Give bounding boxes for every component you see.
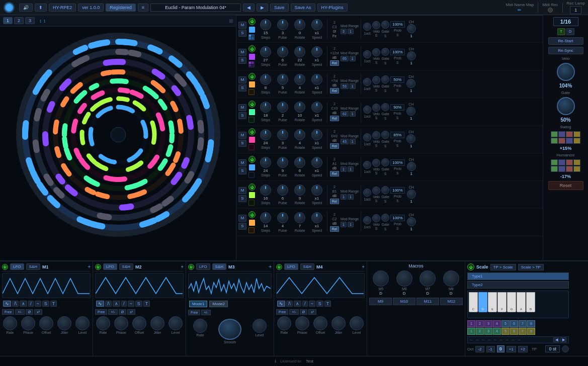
offset-knob-m1[interactable] [39, 316, 53, 330]
track-pattern-btn[interactable] [248, 227, 255, 233]
track-pattern-btn[interactable] [248, 144, 255, 150]
range-knob[interactable] [363, 106, 371, 114]
pulse-knob[interactable] [277, 212, 288, 223]
rotate-knob[interactable] [294, 19, 305, 30]
steps-knob[interactable] [260, 74, 271, 85]
wave-sq[interactable]: / [28, 301, 34, 307]
ch-knob[interactable] [406, 134, 415, 143]
swing-cell-6[interactable] [558, 138, 565, 144]
range-btn[interactable]: 3 [341, 29, 347, 34]
lfo-add-m3[interactable]: + [269, 264, 272, 269]
rate-knob-m3[interactable] [193, 319, 207, 333]
pm-btn-m4[interactable]: +/- [289, 309, 298, 315]
wave-s-m2[interactable]: S [135, 301, 142, 307]
gate-knob[interactable] [381, 103, 389, 111]
macro-knob-m5[interactable] [373, 270, 389, 287]
phase-btn-m1[interactable]: Ø [26, 309, 33, 315]
key-a[interactable]: A [517, 292, 526, 312]
lfo-tab-sbh-m3[interactable]: S&H [212, 263, 226, 270]
rate-knob-m2[interactable] [96, 316, 110, 330]
velo-knob[interactable] [372, 131, 380, 139]
arrow-right-btn[interactable]: ▶ [560, 337, 566, 342]
m-button[interactable]: M [238, 22, 246, 29]
scale-num-1-2[interactable]: 2 [476, 320, 484, 327]
m-button[interactable]: M [238, 159, 246, 166]
range-knob[interactable] [363, 216, 371, 224]
scale-power-btn[interactable]: ⏻ [467, 263, 474, 270]
m-button[interactable]: M [238, 215, 246, 222]
type1-btn[interactable]: Type1 [467, 272, 569, 280]
lfo-tab-lfo-m2[interactable]: LFO [103, 263, 117, 270]
gate-knob[interactable] [381, 214, 389, 222]
swing-cell-2[interactable] [558, 131, 565, 137]
d-btn[interactable]: D [566, 28, 574, 35]
offset-knob-m4[interactable] [313, 316, 327, 330]
scale-num-1-8[interactable]: 8 [527, 320, 535, 327]
macro-knob-m8[interactable] [443, 270, 459, 287]
save-as-btn[interactable]: Save As [291, 4, 315, 12]
expand-icon[interactable]: ⊞ [229, 18, 233, 24]
rotate-knob[interactable] [294, 157, 305, 168]
wave-sq-m2[interactable]: / [121, 301, 127, 307]
free-btn-m4[interactable]: Free [276, 309, 288, 315]
pulse-knob[interactable] [277, 74, 288, 85]
jitter-knob-m2[interactable] [150, 316, 164, 330]
scale-num-2-8[interactable]: 8 [527, 328, 535, 335]
rate-knob-m4[interactable] [277, 316, 291, 330]
hum-cell-5[interactable] [551, 166, 558, 172]
level-knob-m3[interactable] [253, 319, 267, 333]
oct-minus2[interactable]: -2 [475, 346, 484, 352]
hum-cell-8[interactable] [573, 166, 580, 172]
wave-rand-m4[interactable]: ~ [309, 301, 315, 307]
pulse-knob[interactable] [277, 157, 288, 168]
gate-knob[interactable] [381, 48, 389, 56]
wave-saw-m4[interactable]: ∧ [294, 301, 301, 307]
wave-saw[interactable]: ∧ [20, 301, 27, 307]
ch-knob[interactable] [406, 107, 415, 116]
scale-num-2-7[interactable]: 7 [519, 328, 527, 335]
gate-knob[interactable] [381, 186, 389, 194]
scale-to-tp-btn[interactable]: Scale > TP [518, 264, 544, 270]
wave-t-m2[interactable]: T [143, 301, 150, 307]
type2-btn[interactable]: Type2 [467, 281, 569, 289]
wave-rand[interactable]: ~ [35, 301, 41, 307]
scale-num-2-6[interactable]: 6 [510, 328, 518, 335]
mode2-btn[interactable]: Mode2 [209, 301, 227, 307]
steps-knob[interactable] [260, 157, 271, 168]
velo-knob[interactable] [372, 48, 380, 56]
rotate-knob[interactable] [294, 212, 305, 223]
ch-knob[interactable] [407, 190, 416, 199]
wave-rand-m2[interactable]: ~ [128, 301, 134, 307]
rel-btn[interactable]: Rel [330, 143, 340, 149]
range-btn2[interactable]: 1 [348, 29, 354, 34]
hum-cell-1[interactable] [551, 159, 558, 165]
track-power-btn[interactable]: ⏻ [248, 184, 256, 191]
phase-btn-m4[interactable]: Ø [300, 309, 307, 315]
s-button[interactable]: S [238, 30, 246, 37]
s-button[interactable]: S [238, 57, 246, 64]
lfo-tab-lfo-m3[interactable]: LFO [196, 263, 210, 270]
phase-btn-m2[interactable]: Ø [119, 309, 126, 315]
wave-t-m4[interactable]: T [324, 301, 331, 307]
lfo-power-m2[interactable]: ⏻ [95, 264, 101, 270]
resync-btn[interactable]: Re-Sync [548, 47, 583, 54]
m-button[interactable]: M [238, 132, 246, 139]
hum-cell-7[interactable] [566, 166, 573, 172]
macro-btn-m12[interactable]: M12 [440, 298, 463, 305]
swing-cell-4[interactable] [573, 131, 580, 137]
pm-btn-m2[interactable]: +/- [108, 309, 117, 315]
jitter-knob-m1[interactable] [57, 316, 71, 330]
wave-sq-m4[interactable]: / [302, 301, 308, 307]
phase-knob-m2[interactable] [114, 316, 128, 330]
macro-btn-m11[interactable]: M11 [416, 298, 439, 305]
export-btn[interactable]: ⬆ [35, 4, 47, 12]
ch-knob[interactable] [407, 162, 416, 171]
wave-tri-m4[interactable]: /\ [286, 301, 293, 307]
track-power-btn[interactable]: ⏻ [248, 18, 256, 25]
steps-knob[interactable] [260, 212, 271, 223]
steps-knob[interactable] [260, 129, 271, 140]
velo-knob-main[interactable] [557, 63, 575, 81]
lfo-add-m4[interactable]: + [362, 264, 365, 269]
speed-knob[interactable] [311, 19, 322, 30]
range-knob[interactable] [363, 161, 371, 169]
